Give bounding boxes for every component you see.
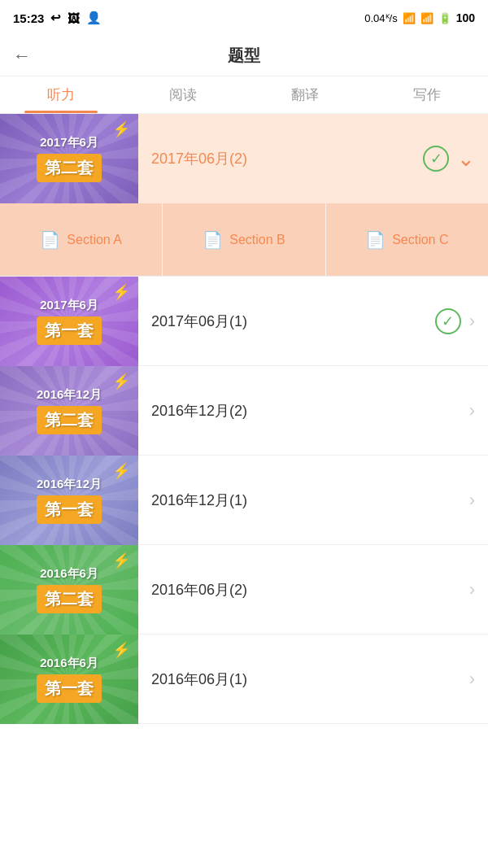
tab-reading[interactable]: 阅读 bbox=[122, 76, 244, 113]
chevron-right-icon-4[interactable]: › bbox=[469, 579, 475, 600]
wifi-icon: 📶 bbox=[403, 12, 416, 24]
exam-row-2016-12-1[interactable]: 2016年12月 第一套 ⚡ 2016年12月(1) › bbox=[0, 456, 488, 545]
exam-thumbnail-2016-12-1: 2016年12月 第一套 ⚡ bbox=[0, 456, 138, 545]
exam-label-2016-12-1: 2016年12月(1) bbox=[151, 492, 247, 508]
exam-actions-2017-6-1: ✓ › bbox=[435, 308, 488, 334]
battery-level: 100 bbox=[456, 11, 475, 24]
exam-label-2017-6-1: 2017年06月(1) bbox=[151, 313, 247, 329]
tab-bar: 听力 阅读 翻译 写作 bbox=[0, 76, 488, 114]
exam-label-2017-6-2: 2017年06月(2) bbox=[151, 150, 247, 167]
image-icon: 🖼 bbox=[68, 11, 80, 25]
section-a-label: Section A bbox=[67, 233, 122, 247]
tab-writing[interactable]: 写作 bbox=[366, 76, 488, 113]
exam-actions-2016-12-2: › bbox=[469, 400, 488, 421]
exam-info-2016-12-2: 2016年12月(2) bbox=[138, 401, 469, 421]
network-speed: 0.04ᴷ/s bbox=[364, 12, 397, 24]
section-c-button[interactable]: 📄 Section C bbox=[326, 203, 488, 276]
exam-actions-2016-12-1: › bbox=[469, 490, 488, 511]
exam-list: 2017年6月 第二套 ⚡ 2017年06月(2) ✓ ⌄ 📄 Section … bbox=[0, 114, 488, 868]
tab-listening[interactable]: 听力 bbox=[0, 76, 122, 113]
exam-label-2016-6-2: 2016年06月(2) bbox=[151, 582, 247, 598]
back-icon: ↩ bbox=[50, 11, 61, 25]
section-c-label: Section C bbox=[392, 233, 448, 247]
section-b-button[interactable]: 📄 Section B bbox=[163, 203, 325, 276]
exam-thumbnail-2016-12-2: 2016年12月 第二套 ⚡ bbox=[0, 366, 138, 456]
chevron-down-icon[interactable]: ⌄ bbox=[457, 146, 475, 172]
exam-actions-2016-6-1: › bbox=[469, 669, 488, 690]
exam-info-2016-6-1: 2016年06月(1) bbox=[138, 670, 469, 689]
chevron-right-icon-5[interactable]: › bbox=[469, 669, 475, 690]
exam-info-2017-6-2: 2017年06月(2) bbox=[138, 149, 423, 168]
person-icon: 👤 bbox=[86, 11, 102, 25]
section-row: 📄 Section A 📄 Section B 📄 Section C bbox=[0, 203, 488, 277]
status-time: 15:23 bbox=[13, 11, 44, 25]
chevron-right-icon-2[interactable]: › bbox=[469, 400, 475, 421]
exam-info-2016-6-2: 2016年06月(2) bbox=[138, 580, 469, 600]
exam-row-2016-6-2[interactable]: 2016年6月 第二套 ⚡ 2016年06月(2) › bbox=[0, 545, 488, 635]
section-c-icon: 📄 bbox=[365, 230, 386, 250]
status-right: 0.04ᴷ/s 📶 📶 🔋 100 bbox=[364, 11, 475, 24]
exam-info-2016-12-1: 2016年12月(1) bbox=[138, 491, 469, 510]
exam-row-2017-6-1[interactable]: 2017年6月 第一套 ⚡ 2017年06月(1) ✓ › bbox=[0, 277, 488, 366]
section-b-icon: 📄 bbox=[203, 230, 223, 250]
exam-actions-2017-6-2: ✓ ⌄ bbox=[423, 146, 488, 172]
section-b-label: Section B bbox=[229, 233, 285, 247]
header: ← 题型 bbox=[0, 36, 488, 76]
chevron-right-icon-3[interactable]: › bbox=[469, 490, 475, 511]
exam-thumbnail-2016-6-1: 2016年6月 第一套 ⚡ bbox=[0, 635, 138, 724]
exam-thumbnail-2017-6-2: 2017年6月 第二套 ⚡ bbox=[0, 114, 138, 203]
exam-row-2016-6-1[interactable]: 2016年6月 第一套 ⚡ 2016年06月(1) › bbox=[0, 635, 488, 724]
exam-info-2017-6-1: 2017年06月(1) bbox=[138, 312, 435, 331]
section-a-icon: 📄 bbox=[40, 230, 60, 250]
battery-icon: 🔋 bbox=[438, 12, 451, 24]
tab-translation[interactable]: 翻译 bbox=[244, 76, 366, 113]
exam-thumbnail-2016-6-2: 2016年6月 第二套 ⚡ bbox=[0, 545, 138, 635]
chevron-right-icon[interactable]: › bbox=[469, 311, 475, 332]
exam-thumbnail-2017-6-1: 2017年6月 第一套 ⚡ bbox=[0, 277, 138, 366]
back-button[interactable]: ← bbox=[13, 46, 31, 67]
section-a-button[interactable]: 📄 Section A bbox=[0, 203, 163, 276]
status-bar: 15:23 ↩ 🖼 👤 0.04ᴷ/s 📶 📶 🔋 100 bbox=[0, 0, 488, 36]
exam-actions-2016-6-2: › bbox=[469, 579, 488, 600]
check-icon-2017-6-1: ✓ bbox=[435, 308, 461, 334]
status-left: 15:23 ↩ 🖼 👤 bbox=[13, 11, 102, 25]
page-title: 题型 bbox=[228, 45, 260, 67]
exam-row-2017-6-2[interactable]: 2017年6月 第二套 ⚡ 2017年06月(2) ✓ ⌄ bbox=[0, 114, 488, 203]
exam-label-2016-6-1: 2016年06月(1) bbox=[151, 671, 247, 687]
exam-row-2016-12-2[interactable]: 2016年12月 第二套 ⚡ 2016年12月(2) › bbox=[0, 366, 488, 456]
check-icon-2017-6-2: ✓ bbox=[423, 146, 449, 172]
signal-icon: 📶 bbox=[420, 12, 434, 24]
exam-label-2016-12-2: 2016年12月(2) bbox=[151, 403, 247, 419]
